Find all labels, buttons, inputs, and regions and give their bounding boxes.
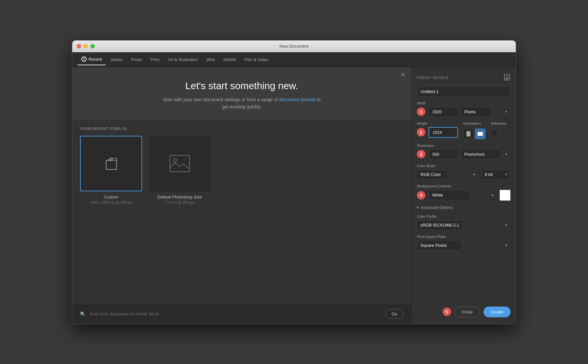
tab-web-label: Web	[206, 57, 215, 62]
color-mode-select[interactable]: RGB Color CMYK Color Grayscale	[417, 169, 448, 180]
resolution-unit-select[interactable]: Pixels/Inch Pixels/Centimeter	[461, 149, 501, 159]
pixel-aspect-select[interactable]: Square Pixels D1/DV NTSC (0.91) D1/DV PA…	[417, 240, 462, 250]
tab-web[interactable]: Web	[203, 54, 219, 65]
step-badge-2: 2	[417, 128, 425, 136]
tab-saved-label: Saved	[110, 57, 122, 62]
bit-depth-select[interactable]: 8 bit 16 bit 32 bit	[481, 169, 511, 180]
advanced-options-toggle[interactable]: ▾ Advanced Options	[417, 205, 511, 210]
svg-rect-2	[106, 160, 117, 169]
tab-film[interactable]: Film & Video	[240, 54, 272, 65]
preset-name-input[interactable]	[417, 87, 511, 97]
width-input[interactable]	[429, 107, 458, 117]
orientation-group: Orientation	[463, 121, 485, 139]
artboards-checkbox[interactable]	[491, 129, 498, 136]
save-icon	[503, 74, 511, 81]
tab-film-label: Film & Video	[244, 57, 268, 62]
main-window: New Document Recent Saved Photo Print Ar…	[72, 40, 516, 324]
tab-saved[interactable]: Saved	[106, 54, 126, 65]
banner-close-button[interactable]: ✕	[400, 72, 405, 78]
tab-print[interactable]: Print	[147, 54, 163, 65]
color-profile-section: Color Profile sRGB IEC61966-2.1 Adobe RG…	[417, 214, 511, 230]
color-mode-row: RGB Color CMYK Color Grayscale 8 bit 16 …	[417, 169, 511, 180]
step-badge-4: 4	[417, 191, 425, 199]
height-group: Height 2	[417, 121, 458, 138]
artboards-label: Artboards	[491, 121, 506, 125]
svg-rect-5	[170, 155, 189, 172]
width-unit-wrapper: Pixels Inches Centimeters	[461, 107, 511, 117]
recent-item-label-1: Default Photoshop Size	[157, 195, 202, 199]
search-icon: 🔍	[80, 311, 86, 317]
height-label: Height	[417, 121, 458, 125]
svg-rect-10	[478, 132, 483, 136]
landscape-icon	[477, 132, 483, 136]
banner-text1: Start with your own document settings or…	[163, 97, 279, 102]
bg-contents-select[interactable]: White Black Transparent Background Color	[429, 190, 470, 200]
advanced-options-label: Advanced Options	[421, 205, 453, 210]
close-button[interactable]: Close	[454, 307, 480, 317]
save-preset-button[interactable]	[503, 74, 511, 82]
resolution-field-block: Pixels/Inch Pixels/Centimeter	[429, 149, 511, 159]
resolution-input[interactable]	[429, 149, 458, 159]
create-badge-row: 5	[443, 307, 451, 317]
recent-item-default[interactable]: Default Photoshop Size 7 x 5 in @ 300 pp…	[149, 136, 211, 204]
width-label: Width	[417, 101, 511, 105]
tab-bar: Recent Saved Photo Print Art & Illustrat…	[72, 52, 516, 67]
advanced-content: Color Profile sRGB IEC61966-2.1 Adobe RG…	[417, 214, 511, 250]
bg-contents-field-row: 4 White Black Transparent Background Col…	[417, 190, 511, 201]
left-panel: ✕ Let's start something new. Start with …	[72, 67, 411, 324]
width-unit-select[interactable]: Pixels Inches Centimeters	[461, 107, 491, 117]
color-profile-label: Color Profile	[417, 214, 511, 218]
step-badge-5: 5	[443, 308, 451, 316]
color-mode-wrapper: RGB Color CMYK Color Grayscale	[417, 169, 479, 180]
tab-mobile-label: Mobile	[223, 57, 236, 62]
window-title: New Document	[280, 44, 309, 49]
tab-photo[interactable]: Photo	[127, 54, 146, 65]
title-bar: New Document	[72, 40, 516, 52]
portrait-button[interactable]	[463, 129, 474, 139]
stock-search-input[interactable]	[90, 311, 382, 316]
minimize-window-button[interactable]	[84, 44, 88, 48]
window-controls	[77, 44, 95, 48]
tab-mobile[interactable]: Mobile	[220, 54, 240, 65]
recent-icon	[81, 56, 87, 62]
recent-item-label-0: Custom	[104, 195, 119, 199]
width-field-row: 1 Pixels Inches Centimeters	[417, 107, 511, 117]
bg-color-swatch[interactable]	[499, 190, 511, 201]
bg-contents-section: Background Contents 4 White Black Transp…	[417, 184, 511, 201]
banner-text2: to	[316, 97, 321, 102]
portrait-icon	[466, 131, 471, 137]
close-window-button[interactable]	[77, 44, 81, 48]
recent-thumb-custom	[80, 136, 142, 191]
tab-recent-label: Recent	[89, 57, 102, 62]
color-mode-section: Color Mode RGB Color CMYK Color Grayscal…	[417, 164, 511, 180]
pixel-aspect-section: Pixel Aspect Ratio Square Pixels D1/DV N…	[417, 235, 511, 250]
width-field-block: Pixels Inches Centimeters	[429, 107, 511, 117]
height-orientation-section: Height 2 Orientation	[417, 121, 511, 139]
height-input[interactable]	[429, 127, 458, 138]
resolution-label: Resolution	[417, 144, 511, 148]
step-badge-1: 1	[417, 107, 425, 116]
main-content: ✕ Let's start something new. Start with …	[72, 67, 516, 324]
recent-item-custom[interactable]: Custom 1800 x 1080 px @ 300 ppi	[80, 136, 142, 204]
right-panel: PRESET DETAILS Width 1	[411, 67, 516, 324]
banner-heading: Let's start something new.	[79, 80, 405, 91]
artboards-group: Artboards	[491, 121, 506, 136]
recent-thumb-default	[149, 136, 211, 191]
chevron-down-icon: ▾	[417, 205, 419, 210]
height-field-row: 2	[417, 127, 458, 138]
document-presets-link[interactable]: document presets	[279, 97, 315, 102]
svg-rect-9	[466, 131, 470, 136]
step-badge-3: 3	[417, 150, 425, 158]
welcome-banner: ✕ Let's start something new. Start with …	[72, 67, 411, 120]
color-profile-select[interactable]: sRGB IEC61966-2.1 Adobe RGB (1998) ProPh…	[417, 220, 463, 230]
maximize-window-button[interactable]	[90, 44, 95, 48]
resolution-input-row: Pixels/Inch Pixels/Centimeter	[429, 149, 511, 159]
tab-art[interactable]: Art & Illustration	[164, 54, 202, 65]
tab-recent[interactable]: Recent	[77, 54, 106, 65]
recent-items-list: Custom 1800 x 1080 px @ 300 ppi	[80, 136, 403, 204]
recent-title: YOUR RECENT ITEMS (2)	[80, 127, 403, 131]
bottom-buttons: 5 Close Create	[417, 303, 511, 317]
go-button[interactable]: Go	[385, 309, 403, 319]
create-button[interactable]: Create	[483, 307, 511, 317]
landscape-button[interactable]	[475, 129, 485, 139]
